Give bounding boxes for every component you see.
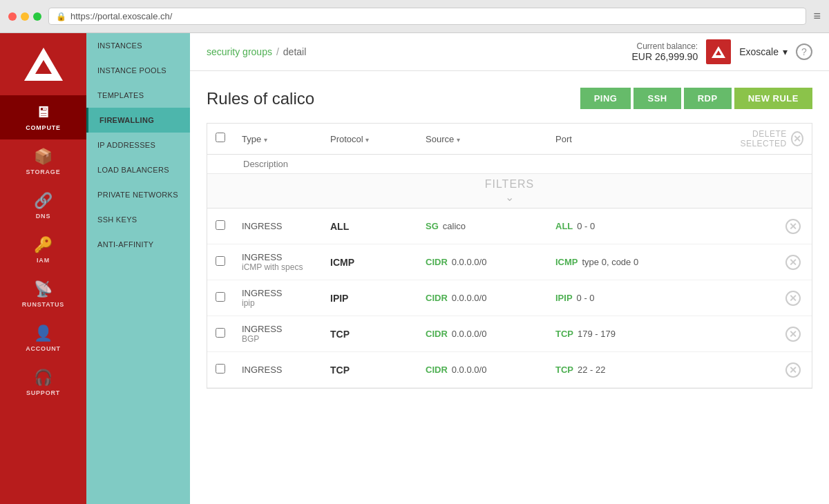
row-type-4: INGRESS: [242, 365, 325, 375]
page-header: Rules of calico PING SSH RDP NEW RULE: [207, 88, 812, 109]
sidebar-item-ssh-keys[interactable]: SSH KEYS: [86, 207, 190, 232]
remove-rule-button-3[interactable]: ✕: [785, 327, 801, 342]
sidebar-item-compute[interactable]: 🖥 COMPUTE: [0, 95, 86, 139]
top-bar: security groups / detail Current balance…: [190, 33, 829, 71]
row-protocol-3: TCP: [330, 329, 420, 340]
column-header-port: Port: [555, 134, 715, 144]
rule-checkbox-0[interactable]: [216, 220, 225, 230]
row-checkbox-3[interactable]: [216, 328, 236, 340]
table-header: Type ▾ Protocol ▾ Source ▾ Port: [207, 124, 812, 155]
help-button[interactable]: ?: [796, 43, 812, 60]
rule-checkbox-4[interactable]: [216, 364, 225, 374]
sidebar-item-private-networks[interactable]: PRIVATE NETWORKS: [86, 182, 190, 207]
row-port-2: IPIP 0 - 0: [555, 293, 777, 303]
exoscale-triangle-icon: [712, 46, 725, 58]
sidebar-item-instances[interactable]: INSTANCES: [86, 33, 190, 58]
ssh-button[interactable]: SSH: [633, 88, 680, 109]
row-source-4: CIDR 0.0.0.0/0: [426, 365, 550, 375]
sidebar-item-templates[interactable]: TEMPLATES: [86, 83, 190, 108]
sidebar-item-instance-pools[interactable]: INSTANCE POOLS: [86, 58, 190, 83]
remove-rule-button-1[interactable]: ✕: [785, 255, 801, 270]
row-action-0: ✕: [783, 219, 803, 234]
column-header-protocol[interactable]: Protocol ▾: [330, 134, 420, 144]
sidebar-item-ip-addresses[interactable]: IP ADDRESSES: [86, 133, 190, 157]
table-row: INGRESS BGP TCP CIDR 0.0.0.0/0 TCP 179 -…: [207, 316, 812, 352]
address-bar[interactable]: 🔒 https://portal.exoscale.ch/: [48, 8, 806, 25]
sidebar-item-anti-affinity[interactable]: ANTI-AFFINITY: [86, 232, 190, 257]
minimize-dot[interactable]: [21, 12, 29, 21]
row-checkbox-0[interactable]: [216, 220, 236, 233]
rule-checkbox-1[interactable]: [216, 256, 225, 266]
breadcrumb-current: detail: [283, 46, 306, 57]
row-action-4: ✕: [783, 362, 803, 378]
filters-row[interactable]: FILTERS ⌄: [207, 174, 812, 209]
rule-type-sub-1: iCMP with specs: [242, 262, 325, 272]
source-type-2: CIDR: [426, 293, 448, 303]
row-protocol-2: IPIP: [330, 293, 420, 304]
table-row: INGRESS ALL SG calico ALL 0 - 0 ✕: [207, 209, 812, 244]
rule-type-sub-2: ipip: [242, 298, 325, 308]
sidebar-item-dns[interactable]: 🔗 DNS: [0, 184, 86, 228]
balance-info: Current balance: EUR 26,999.90: [631, 41, 698, 62]
row-port-0: ALL 0 - 0: [555, 221, 777, 231]
port-proto-0: ALL: [555, 221, 573, 231]
select-all-checkbox-container[interactable]: [216, 133, 236, 145]
exoscale-account-button[interactable]: Exoscale ▾: [739, 46, 788, 57]
rule-checkbox-3[interactable]: [216, 328, 225, 338]
source-type-1: CIDR: [426, 257, 448, 267]
row-checkbox-4[interactable]: [216, 364, 236, 376]
column-header-type[interactable]: Type ▾: [242, 134, 325, 144]
breadcrumb-link-security-groups[interactable]: security groups: [207, 46, 272, 57]
browser-menu-icon[interactable]: ≡: [813, 9, 821, 23]
support-icon: 🎧: [34, 369, 53, 387]
row-protocol-0: ALL: [330, 221, 420, 232]
source-column-label: Source: [426, 134, 454, 144]
row-checkbox-1[interactable]: [216, 256, 236, 269]
delete-selected-close-icon[interactable]: ✕: [791, 131, 803, 146]
breadcrumb-separator: /: [276, 46, 279, 57]
sidebar-item-storage[interactable]: 📦 STORAGE: [0, 139, 86, 184]
row-action-2: ✕: [783, 291, 803, 306]
row-checkbox-2[interactable]: [216, 292, 236, 304]
type-column-label: Type: [242, 134, 261, 144]
balance-label: Current balance:: [631, 41, 698, 51]
row-source-2: CIDR 0.0.0.0/0: [426, 293, 550, 303]
sidebar-item-runstatus[interactable]: 📡 RUNSTATUS: [0, 272, 86, 316]
row-type-1: INGRESS iCMP with specs: [242, 252, 325, 272]
remove-rule-button-0[interactable]: ✕: [785, 219, 801, 234]
main-content: security groups / detail Current balance…: [190, 33, 829, 504]
ping-button[interactable]: PING: [580, 88, 631, 109]
sidebar-item-account[interactable]: 👤 ACCOUNT: [0, 316, 86, 360]
page-title: Rules of calico: [207, 89, 314, 108]
protocol-column-label: Protocol: [330, 134, 363, 144]
top-bar-right: Current balance: EUR 26,999.90 Exoscale …: [631, 39, 812, 64]
delete-selected-label: DELETE SELECTED: [721, 129, 787, 148]
row-protocol-1: ICMP: [330, 257, 420, 268]
select-all-checkbox[interactable]: [216, 133, 225, 142]
remove-rule-button-4[interactable]: ✕: [785, 362, 801, 378]
column-header-source[interactable]: Source ▾: [426, 134, 550, 144]
sidebar-item-iam[interactable]: 🔑 IAM: [0, 228, 86, 272]
rule-type-main-2: INGRESS: [242, 288, 325, 298]
port-value-4: 22 - 22: [578, 365, 605, 375]
port-proto-3: TCP: [555, 329, 573, 339]
compute-icon: 🖥: [35, 104, 51, 122]
row-source-3: CIDR 0.0.0.0/0: [426, 329, 550, 339]
row-port-4: TCP 22 - 22: [555, 365, 777, 375]
rule-checkbox-2[interactable]: [216, 292, 225, 302]
sidebar-left: 🖥 COMPUTE 📦 STORAGE 🔗 DNS 🔑 IAM 📡 RUNSTA…: [0, 33, 86, 504]
description-placeholder: Description: [243, 159, 288, 169]
type-sort-icon: ▾: [264, 136, 267, 144]
source-sort-icon: ▾: [457, 136, 460, 144]
logo[interactable]: [19, 40, 68, 88]
new-rule-button[interactable]: NEW RULE: [734, 88, 812, 109]
remove-rule-button-2[interactable]: ✕: [785, 291, 801, 306]
sidebar-item-load-balancers[interactable]: LOAD BALANCERS: [86, 157, 190, 182]
chevron-down-icon: ▾: [783, 46, 788, 57]
sidebar-item-firewalling[interactable]: FIREWALLING: [86, 108, 190, 133]
close-dot[interactable]: [8, 12, 17, 21]
sidebar-item-support[interactable]: 🎧 SUPPORT: [0, 360, 86, 405]
dns-icon: 🔗: [34, 192, 53, 210]
rdp-button[interactable]: RDP: [684, 88, 732, 109]
maximize-dot[interactable]: [33, 12, 41, 21]
